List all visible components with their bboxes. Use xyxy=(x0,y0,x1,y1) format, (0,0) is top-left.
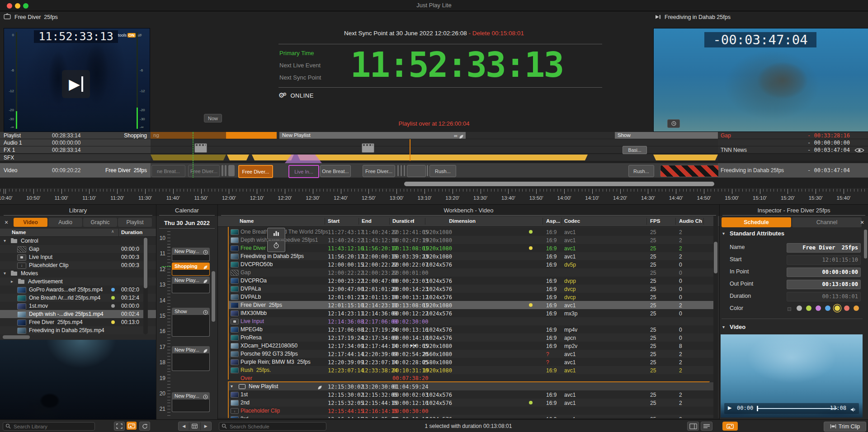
inspector-tab-schedule[interactable]: Schedule xyxy=(722,217,791,227)
timeline-scrollbar-thumb[interactable] xyxy=(404,182,714,186)
calendar-event[interactable]: New Play... xyxy=(172,248,210,261)
schedule-row[interactable]: 3rd12:16:14:1512:16:25:0000:00:10:101024… xyxy=(229,415,713,418)
track-header-audio1[interactable]: Audio 100:00:00:00 xyxy=(0,139,151,146)
schedule-row[interactable]: Depth wish - my freedive 25fps111:40:24:… xyxy=(229,236,713,244)
schedule-row[interactable]: Purple Rein; BMW M3 25fps12:20:39:0912:2… xyxy=(229,358,713,366)
video-clip[interactable] xyxy=(660,165,719,177)
playlist-bar[interactable]: Show xyxy=(615,132,718,139)
schedule-row[interactable]: DVPALb12:01:01:2312:01:15:1000:00:13:121… xyxy=(229,293,713,301)
monitor-eye-icon[interactable] xyxy=(854,147,864,153)
track-header-fx1[interactable]: FX 100:28:33:14 xyxy=(0,146,151,154)
tree-chevron-icon[interactable]: ▸ xyxy=(11,279,13,284)
sfx-audio-bar[interactable] xyxy=(227,155,249,160)
calendar-event[interactable]: Show xyxy=(172,308,210,337)
workbench-col-end[interactable]: End xyxy=(362,218,372,224)
library-row[interactable]: Live Input00:00:3 xyxy=(0,253,156,261)
library-col-duration[interactable]: Duration xyxy=(121,230,142,235)
schedule-row[interactable]: XDcam_HD4221080i5012:17:34:0912:17:44:14… xyxy=(229,342,713,350)
tree-chevron-icon[interactable]: ▾ xyxy=(4,238,6,243)
video-clip[interactable] xyxy=(427,165,428,176)
playlist-bar[interactable]: New Playlist∞ xyxy=(279,132,466,139)
schedule-row[interactable]: ProResa12:17:19:2412:17:34:0900:00:14:10… xyxy=(229,333,713,342)
library-row[interactable]: ▸Advertisement xyxy=(0,277,156,286)
video-clip[interactable]: Live In... xyxy=(288,165,319,178)
color-swatch[interactable] xyxy=(806,305,811,311)
library-row[interactable]: ▾Movies xyxy=(0,269,156,277)
fx-clip[interactable]: Basi... xyxy=(623,146,647,154)
calendar-vscrollbar-thumb[interactable] xyxy=(212,271,215,322)
refresh-button[interactable] xyxy=(139,422,150,431)
video-clip[interactable] xyxy=(225,165,226,176)
split-view-button[interactable] xyxy=(687,422,699,431)
playlist-group-row[interactable]: ▾New Playlist12:15:30:0213:20:30:0101:04… xyxy=(229,382,713,390)
seek-handle[interactable] xyxy=(757,406,758,411)
video-clip[interactable]: Free Diver... xyxy=(363,165,395,177)
track-header-video[interactable]: Video00:09:20:22Free Diver 25fps xyxy=(0,163,151,178)
video-clip[interactable]: Rush... xyxy=(429,165,456,177)
sfx-audio-bar[interactable] xyxy=(252,155,294,160)
schedule-row[interactable]: DVCPRO50b12:00:00:1512:00:22:2200:00:22:… xyxy=(229,260,713,268)
calendar-event[interactable]: New Play... xyxy=(172,346,210,371)
field-value-out-point[interactable]: 00:13:08:00 xyxy=(787,280,861,289)
video-clip[interactable]: One Breat... xyxy=(320,165,351,177)
workbench-col-start[interactable]: Start xyxy=(328,218,340,224)
inspector-video-preview[interactable]: ▶00:00-13:08 xyxy=(721,334,863,418)
library-row[interactable]: GoPro Awards...eef 25fps.mp400:02:0 xyxy=(0,286,156,294)
schedule-row[interactable]: 1st12:15:30:0212:15:32:0500:00:02:031024… xyxy=(229,390,713,399)
library-tab-audio[interactable]: Audio xyxy=(48,218,82,227)
preview-video-player[interactable]: -00:03:47:04 xyxy=(653,28,868,132)
inspector-tab-channel[interactable]: Channel xyxy=(792,217,862,227)
video-clip[interactable]: Free Diver... xyxy=(238,165,273,178)
calendar-event[interactable]: New Play... xyxy=(172,392,210,412)
playlist-bar[interactable] xyxy=(226,132,277,139)
schedule-row[interactable]: Rush 25fps.12:23:07:1412:33:38:2400:10:3… xyxy=(229,366,713,374)
color-swatch[interactable] xyxy=(825,305,830,311)
schedule-row[interactable]: DVCPROa12:00:23:2212:00:47:0000:00:23:03… xyxy=(229,277,713,285)
playlist-bar[interactable]: ng xyxy=(151,132,226,139)
schedule-row[interactable]: ↓Placeholder Clip12:15:44:1512:16:14:150… xyxy=(229,407,713,415)
inspector-close-button[interactable]: × xyxy=(858,217,866,227)
tree-chevron-icon[interactable]: ▾ xyxy=(4,271,6,276)
library-tab-graphic[interactable]: Graphic xyxy=(83,218,117,227)
library-row[interactable]: Gap00:00:0 xyxy=(0,245,156,253)
inspector-preview-toggle-button[interactable] xyxy=(722,422,738,431)
workbench-col-duration[interactable]: Duration xyxy=(392,218,414,224)
workbench-col-audioch[interactable]: Audio Ch xyxy=(679,218,702,224)
library-tab-playlist[interactable]: Playlist xyxy=(118,218,152,227)
track-header-sfx[interactable]: SFX xyxy=(0,154,151,161)
tree-chevron-icon[interactable]: ▾ xyxy=(231,384,233,389)
attrs-section-chevron[interactable]: ▾ xyxy=(722,231,725,236)
sfx-audio-bar[interactable] xyxy=(151,155,226,160)
library-row[interactable]: ↓Placeholder Clip00:00:3 xyxy=(0,261,156,269)
trim-clip-button[interactable]: Trim Clip xyxy=(824,422,866,432)
library-row[interactable]: Depth wish -...dive 25fps1.mp400:02:4 xyxy=(0,310,156,318)
color-swatch[interactable] xyxy=(816,305,821,311)
timeline-clock-button[interactable] xyxy=(667,119,680,128)
workbench-col-name[interactable]: Name xyxy=(240,218,254,224)
program-video-player[interactable]: 11:52:33:13 tools ON air ▶ 0-6-12-20-30-… xyxy=(4,28,150,132)
schedule-row[interactable]: Free Diver 25fps11:43:12:1611:56:20:1700… xyxy=(229,244,713,252)
calendar-event[interactable]: New Play... xyxy=(172,277,210,293)
schedule-row[interactable]: Freediving in Dahab 25fps11:56:20:1712:0… xyxy=(229,252,713,260)
schedule-row[interactable]: Porsche 992 GT3 25fps12:17:44:1412:20:39… xyxy=(229,350,713,358)
library-row[interactable]: Free Diver 25fps.mp400:13:0 xyxy=(0,318,156,326)
sfx-audio-bar[interactable] xyxy=(297,155,588,160)
calendar-event[interactable]: Shopping xyxy=(172,263,210,276)
workbench-col-fps[interactable]: FPS xyxy=(650,218,660,224)
library-row[interactable]: One Breath Ar...rld 25fps.mp400:12:4 xyxy=(0,294,156,302)
color-swatch[interactable] xyxy=(844,305,849,311)
video-clip[interactable] xyxy=(407,165,426,177)
library-row[interactable]: Freediving in Dahab 25fps.mp4 xyxy=(0,326,156,334)
color-swatch[interactable] xyxy=(854,305,859,311)
play-button[interactable]: ▶ xyxy=(62,70,90,98)
calendar-next-button[interactable]: ▶ xyxy=(201,422,211,430)
track-header-playlist[interactable]: Playlist00:28:33:14Shopping xyxy=(0,132,151,139)
video-clip[interactable] xyxy=(222,165,223,176)
preview-toggle-button[interactable] xyxy=(127,422,137,430)
field-value-name[interactable]: Free Diver 25fps xyxy=(787,243,861,253)
clock-mode-primary[interactable]: Primary Time xyxy=(279,50,314,56)
seek-track[interactable] xyxy=(757,408,837,409)
video-clip[interactable] xyxy=(397,165,399,176)
sfx-audio-bar[interactable] xyxy=(653,155,718,160)
schedule-row[interactable]: IMX30Mbb12:14:23:1112:14:36:0800:00:12:2… xyxy=(229,309,713,317)
